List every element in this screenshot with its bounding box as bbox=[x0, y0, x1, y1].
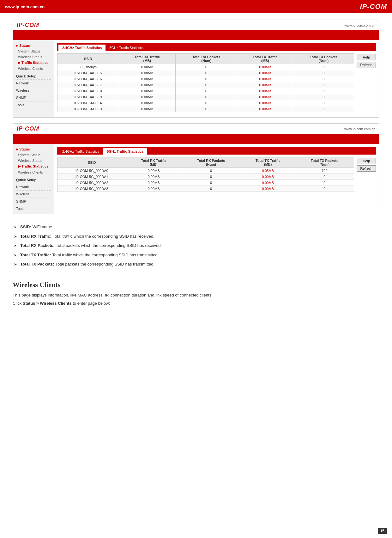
p1-rxp-6: 0 bbox=[175, 100, 237, 106]
panel2-main: 2.4GHz Traffic Statistics 5GHz Traffic S… bbox=[54, 144, 379, 214]
p1-txp-7: 0 bbox=[293, 106, 354, 112]
sidebar1-divider3 bbox=[15, 87, 51, 87]
panel1-table-row: IP-COM_3AC6E9 0.00MB 0 0.00MB 0 bbox=[57, 94, 354, 100]
p1-ssid-0: ZL_zhouya bbox=[57, 64, 119, 70]
p1-txp-1: 0 bbox=[293, 70, 354, 76]
p2-rxp-0: 0 bbox=[181, 168, 241, 174]
p2-ssid-0: IP-COM-5G_009DA0 bbox=[57, 168, 126, 174]
desc2-bold: Status > Wireless Clients bbox=[23, 301, 72, 306]
p2-txt-1: 0.00MB bbox=[241, 174, 295, 180]
p2-rxt-2: 0.00MB bbox=[126, 180, 181, 186]
panel1-help-btn[interactable]: Help bbox=[357, 54, 376, 60]
p2-txt-0: 0.05MB bbox=[241, 168, 295, 174]
panel1-table-row: IP-COM_3AC6EB 0.00MB 0 0.00MB 0 bbox=[57, 106, 354, 112]
wireless-clients-section: Wireless Clients This page displays info… bbox=[13, 281, 379, 307]
desc-text-3: Total traffic which the corresponding SS… bbox=[52, 252, 159, 258]
desc-item-3: Total TX Traffic:Total traffic which the… bbox=[13, 252, 379, 258]
panel1-table-row: IP-COM_3AC6E7 0.00MB 0 0.00MB 0 bbox=[57, 82, 354, 88]
tab2-5ghz[interactable]: 5GHz Traffic Statistics bbox=[103, 148, 147, 155]
p1-rxp-2: 0 bbox=[175, 76, 237, 82]
p1-txt-2: 0.00MB bbox=[237, 76, 293, 82]
tab1-24ghz[interactable]: 2.4GHz Traffic Statistics bbox=[58, 45, 106, 51]
sidebar1-item-status[interactable]: Status bbox=[13, 43, 54, 48]
panel1-table-area: SSID Total RX Traffic(MB) Total RX Packe… bbox=[57, 53, 376, 114]
brand-logo: IP-COM bbox=[360, 3, 387, 11]
desc-item-0: SSID:WiFi name. bbox=[13, 224, 379, 230]
sidebar1-network[interactable]: Network bbox=[13, 80, 54, 86]
desc-label-4: Total TX Packets: bbox=[20, 261, 54, 267]
desc-text-1: Total traffic which the corresponding SS… bbox=[53, 233, 154, 240]
sidebar1-wireless[interactable]: Wireless bbox=[13, 88, 54, 93]
panel2-refresh-btn[interactable]: Refresh bbox=[357, 165, 376, 172]
p1-rxp-5: 0 bbox=[175, 94, 237, 100]
panel1-refresh-btn[interactable]: Refresh bbox=[357, 62, 376, 68]
p2-rxp-1: 0 bbox=[181, 174, 241, 180]
panel1-table-row: IP-COM_3AC6EA 0.00MB 0 0.00MB 0 bbox=[57, 100, 354, 106]
p1-txp-6: 0 bbox=[293, 100, 354, 106]
sidebar2-quick-setup[interactable]: Quick Setup bbox=[13, 177, 54, 182]
sidebar2-item-wireless-clients[interactable]: Wireless Clients bbox=[13, 169, 54, 175]
p1-rxt-6: 0.00MB bbox=[119, 100, 175, 106]
sidebar1-tools[interactable]: Tools bbox=[13, 102, 54, 108]
panel2-btn-area: Help Refresh bbox=[357, 157, 376, 194]
panel-2: IP-COM www.ip-com.com.cn Status System S… bbox=[13, 123, 379, 214]
panel1-th-rx-packets: Total RX Packets(Num) bbox=[175, 54, 237, 64]
panel1-url: www.ip-com.com.cn bbox=[344, 23, 375, 27]
panel2-th-tx-packets: Total TX Packets(Num) bbox=[295, 157, 354, 168]
p1-txt-5: 0.00MB bbox=[237, 94, 293, 100]
p2-txp-3: 0 bbox=[295, 186, 354, 192]
desc-text-2: Total packets which the corresponding SS… bbox=[56, 242, 162, 249]
sidebar2-item-system-status[interactable]: System Status bbox=[13, 152, 54, 158]
panel2-stats-table: SSID Total RX Traffic(MB) Total RX Packe… bbox=[57, 157, 354, 192]
desc-text-0: WiFi name. bbox=[33, 224, 53, 230]
website-url: www.ip-com.com.cn bbox=[5, 4, 45, 9]
sidebar2-snmp[interactable]: SNMP bbox=[13, 199, 54, 204]
sidebar2-wireless[interactable]: Wireless bbox=[13, 191, 54, 197]
panel2-th-ssid: SSID bbox=[57, 157, 126, 168]
sidebar1-quick-setup[interactable]: Quick Setup bbox=[13, 73, 54, 79]
sidebar2-item-traffic-stats[interactable]: ▶ Traffic Statistics bbox=[13, 163, 54, 169]
panel2-help-btn[interactable]: Help bbox=[357, 158, 376, 164]
p1-ssid-5: IP-COM_3AC6E9 bbox=[57, 94, 119, 100]
panel2-tabs: 2.4GHz Traffic Statistics 5GHz Traffic S… bbox=[57, 147, 376, 155]
sidebar2-item-wireless-status[interactable]: Wireless Status bbox=[13, 158, 54, 163]
sidebar1-item-wireless-clients[interactable]: Wireless Clients bbox=[13, 66, 54, 71]
desc-label-3: Total TX Traffic: bbox=[20, 252, 51, 258]
panel1-header: IP-COM www.ip-com.com.cn bbox=[13, 20, 379, 30]
sidebar1-divider5 bbox=[15, 101, 51, 101]
p1-txt-6: 0.00MB bbox=[237, 100, 293, 106]
sidebar1-snmp[interactable]: SNMP bbox=[13, 95, 54, 101]
desc-label-2: Total RX Packets: bbox=[20, 242, 55, 249]
panel2-th-rx-packets: Total RX Packets(Num) bbox=[181, 157, 241, 168]
tab2-24ghz[interactable]: 2.4GHz Traffic Statistics bbox=[58, 148, 103, 155]
panel1-table-row: IP-COM_3AC6E5 0.00MB 0 0.00MB 0 bbox=[57, 70, 354, 76]
p2-txt-3: 0.00MB bbox=[241, 186, 295, 192]
sidebar1-item-wireless-status[interactable]: Wireless Status bbox=[13, 54, 54, 60]
tab1-5ghz[interactable]: 5GHz Traffic Statistics bbox=[106, 45, 147, 51]
sidebar2-divider5 bbox=[15, 205, 51, 205]
p1-ssid-3: IP-COM_3AC6E7 bbox=[57, 82, 119, 88]
wireless-clients-title: Wireless Clients bbox=[13, 281, 379, 289]
sidebar2-divider2 bbox=[15, 183, 51, 183]
p1-txp-0: 0 bbox=[293, 64, 354, 70]
p1-ssid-7: IP-COM_3AC6EB bbox=[57, 106, 119, 112]
sidebar1-item-system-status[interactable]: System Status bbox=[13, 48, 54, 54]
sidebar2-item-status[interactable]: Status bbox=[13, 146, 54, 152]
p1-rxt-4: 0.00MB bbox=[119, 88, 175, 94]
panel2-table-area: SSID Total RX Traffic(MB) Total RX Packe… bbox=[57, 157, 376, 194]
descriptions-section: SSID:WiFi name.Total RX Traffic:Total tr… bbox=[13, 220, 379, 273]
wireless-clients-desc1: This page displays information, like MAC… bbox=[13, 292, 379, 299]
panel1-main: 2.4GHz Traffic Statistics 5GHz Traffic S… bbox=[54, 40, 379, 117]
p1-rxp-0: 0 bbox=[175, 64, 237, 70]
sidebar1-divider1 bbox=[15, 72, 51, 72]
sidebar1-item-traffic-stats[interactable]: ▶ Traffic Statistics bbox=[13, 60, 54, 66]
sidebar2-tools[interactable]: Tools bbox=[13, 206, 54, 211]
p1-rxt-7: 0.00MB bbox=[119, 106, 175, 112]
p1-rxp-7: 0 bbox=[175, 106, 237, 112]
sidebar2-network[interactable]: Network bbox=[13, 184, 54, 190]
p2-ssid-1: IP-COM-5G_009DA1 bbox=[57, 174, 126, 180]
panel1-table-row: IP-COM_3AC6E8 0.00MB 0 0.00MB 0 bbox=[57, 88, 354, 94]
p2-txp-1: 0 bbox=[295, 174, 354, 180]
p1-txt-0: 0.00MB bbox=[237, 64, 293, 70]
panel-1: IP-COM www.ip-com.com.cn Status System S… bbox=[13, 20, 379, 118]
